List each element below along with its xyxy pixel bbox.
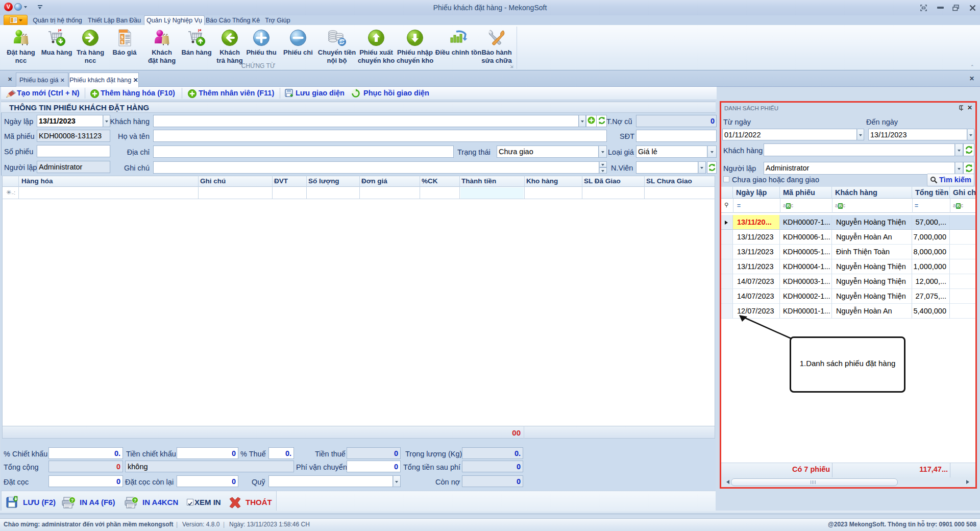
- svg-text:$: $: [121, 40, 124, 44]
- svg-text:?: ?: [71, 498, 74, 503]
- svg-text:$: $: [121, 35, 124, 39]
- svg-text:?: ?: [134, 498, 137, 503]
